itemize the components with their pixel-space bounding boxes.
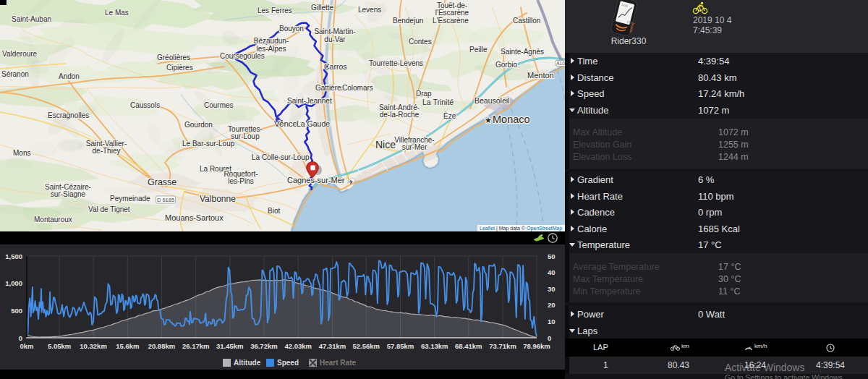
svg-text:Saint-Martin-: Saint-Martin-: [314, 27, 355, 35]
svg-text:20: 20: [548, 301, 556, 309]
svg-text:Montauroux: Montauroux: [34, 216, 72, 223]
svg-text:Èze: Èze: [443, 111, 456, 120]
svg-text:Levens: Levens: [358, 6, 381, 14]
svg-text:Val de Tignet: Val de Tignet: [88, 205, 130, 213]
svg-text:10: 10: [548, 318, 556, 325]
svg-text:✈: ✈: [348, 179, 354, 186]
svg-text:Tourrette-Levens: Tourrette-Levens: [369, 59, 423, 67]
svg-text:Bézaudun-: Bézaudun-: [254, 37, 289, 45]
svg-text:Bouyon: Bouyon: [279, 25, 304, 33]
svg-text:Cipières: Cipières: [166, 64, 193, 72]
svg-text:500: 500: [11, 307, 22, 315]
svg-text:52.56km: 52.56km: [353, 342, 380, 350]
svg-text:78.96km: 78.96km: [523, 342, 550, 350]
svg-text:Gréolières: Gréolières: [157, 54, 190, 61]
svg-text:20.88km: 20.88km: [148, 342, 176, 350]
svg-text:40: 40: [548, 268, 556, 276]
svg-text:Gillette: Gillette: [311, 4, 334, 12]
svg-text:★: ★: [485, 116, 492, 124]
svg-text:73.71km: 73.71km: [489, 342, 516, 350]
svg-text:50: 50: [548, 252, 556, 260]
svg-text:Biot: Biot: [268, 207, 280, 215]
svg-text:Gourdon: Gourdon: [184, 121, 213, 129]
svg-text:26.17km: 26.17km: [182, 342, 210, 350]
svg-text:Altitude: Altitude: [234, 359, 261, 367]
svg-text:de-Thiey: de-Thiey: [93, 147, 121, 155]
svg-text:Le Mas: Le Mas: [105, 9, 129, 17]
svg-text:A10: A10: [556, 61, 565, 66]
svg-text:de-la-Roche: de-la-Roche: [380, 111, 420, 119]
svg-text:Courmes: Courmes: [204, 101, 234, 109]
svg-text:31.45km: 31.45km: [216, 342, 244, 350]
svg-text:Saint-Jeannet: Saint-Jeannet: [287, 97, 332, 105]
svg-text:Mouans-Sartoux: Mouans-Sartoux: [165, 213, 224, 222]
svg-text:sur-Mer: sur-Mer: [402, 143, 427, 151]
svg-text:42.03km: 42.03km: [285, 342, 312, 350]
svg-text:Les Ferres: Les Ferres: [258, 7, 292, 14]
svg-text:Valbonne: Valbonne: [200, 194, 236, 204]
svg-text:63.13km: 63.13km: [421, 342, 448, 350]
svg-text:Mons: Mons: [13, 149, 30, 157]
svg-text:Cagnes-sur-Mer: Cagnes-sur-Mer: [287, 176, 345, 184]
svg-text:sur-Siagne: sur-Siagne: [51, 190, 86, 198]
svg-text:Speed: Speed: [277, 359, 299, 367]
svg-text:Colomars: Colomars: [342, 84, 373, 92]
svg-text:La Gaude: La Gaude: [297, 119, 330, 128]
svg-text:La Trinité: La Trinité: [422, 98, 454, 106]
svg-text:30: 30: [548, 285, 556, 293]
svg-text:0: 0: [19, 334, 22, 342]
svg-text:Caussols: Caussols: [130, 101, 160, 109]
svg-text:Valderoure: Valderoure: [2, 50, 38, 58]
svg-text:Escragnolles: Escragnolles: [48, 111, 89, 119]
svg-text:L'Escarène: L'Escarène: [433, 17, 469, 25]
svg-text:15.6km: 15.6km: [116, 342, 139, 350]
svg-text:68.41km: 68.41km: [455, 342, 482, 350]
svg-text:Gorbio: Gorbio: [495, 61, 517, 69]
svg-text:Le Bar-sur-Loup: Le Bar-sur-Loup: [182, 140, 235, 148]
svg-text:du-Var: du-Var: [324, 35, 346, 43]
svg-text:Peymeinade: Peymeinade: [110, 195, 150, 203]
svg-text:Drap: Drap: [416, 90, 432, 98]
svg-text:les-Pins: les-Pins: [228, 177, 254, 185]
svg-text:Castillon: Castillon: [513, 17, 540, 25]
svg-text:Beausoleil: Beausoleil: [475, 96, 509, 105]
svg-text:D 6185: D 6185: [157, 197, 174, 203]
svg-text:0km: 0km: [20, 342, 33, 350]
svg-text:47.31km: 47.31km: [319, 342, 346, 350]
svg-text:Heart Rate: Heart Rate: [320, 359, 356, 367]
svg-text:Carros: Carros: [324, 62, 347, 71]
svg-text:10.32km: 10.32km: [80, 342, 107, 350]
svg-text:57.85km: 57.85km: [387, 342, 414, 350]
svg-text:Contes: Contes: [409, 38, 432, 46]
svg-text:Vence: Vence: [274, 119, 297, 128]
svg-text:0: 0: [548, 334, 551, 342]
svg-text:Peille: Peille: [469, 46, 488, 54]
svg-text:Sainte-Agnès: Sainte-Agnès: [501, 48, 544, 56]
svg-text:1,000: 1,000: [5, 279, 22, 287]
svg-text:Bendejun: Bendejun: [393, 17, 423, 25]
svg-text:Monaco: Monaco: [493, 114, 530, 125]
svg-text:5.05km: 5.05km: [48, 342, 71, 350]
svg-text:Saint-Auban: Saint-Auban: [12, 15, 51, 23]
svg-text:Gattières: Gattières: [315, 84, 345, 92]
svg-text:sur-Loup: sur-Loup: [231, 132, 260, 140]
svg-text:Andon: Andon: [59, 72, 80, 80]
svg-text:1,500: 1,500: [5, 252, 22, 260]
svg-text:Coursegoules: Coursegoules: [220, 52, 265, 60]
svg-text:Menton: Menton: [527, 71, 554, 80]
svg-text:La Colle-sur-Loup: La Colle-sur-Loup: [252, 153, 310, 161]
svg-text:Grasse: Grasse: [148, 177, 176, 187]
svg-text:36.72km: 36.72km: [250, 342, 278, 350]
svg-text:Séranon: Séranon: [1, 70, 29, 78]
svg-text:Leaflet | Map data © OpenStree: Leaflet | Map data © OpenStreetMap: [480, 226, 563, 231]
svg-text:Nice: Nice: [375, 139, 396, 150]
svg-text:l'Escarène: l'Escarène: [435, 9, 469, 17]
